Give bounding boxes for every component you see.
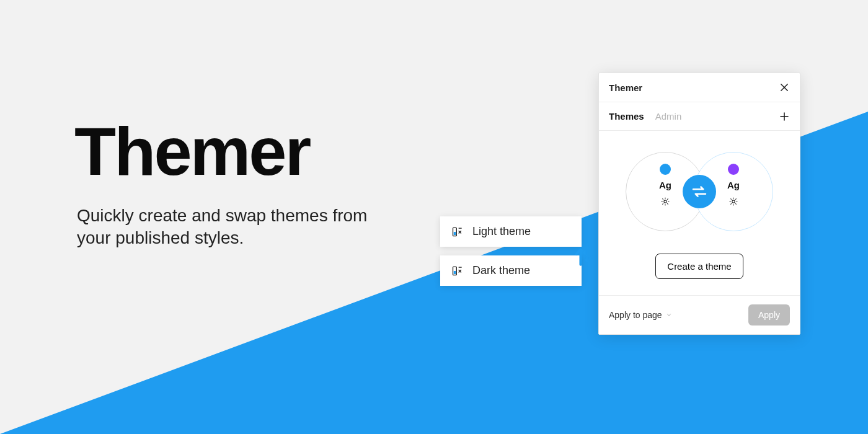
panel-footer: Apply to page Apply: [599, 295, 800, 334]
close-icon[interactable]: [779, 82, 790, 93]
panel-body: Ag Ag Create a theme: [599, 131, 800, 295]
create-theme-button[interactable]: Create a theme: [655, 254, 743, 279]
panel-tabs: Themes Admin: [599, 102, 800, 131]
style-icon: [451, 226, 464, 238]
panel-title: Themer: [609, 82, 642, 93]
swap-horizontal-icon: [690, 182, 709, 201]
add-theme-button[interactable]: [779, 111, 790, 122]
svg-rect-2: [454, 232, 456, 235]
plugin-panel: Themer Themes Admin Ag Ag: [598, 73, 800, 335]
tab-themes[interactable]: Themes: [609, 102, 644, 130]
panel-header: Themer: [599, 73, 800, 102]
apply-button[interactable]: Apply: [748, 304, 790, 326]
theme-preview: Ag Ag: [622, 148, 777, 235]
swap-button[interactable]: [683, 175, 716, 208]
brightness-icon: [728, 197, 738, 206]
svg-rect-4: [454, 271, 456, 274]
swap-vertical-icon: [570, 242, 598, 269]
promo-stage: Themer Quickly create and swap themes fr…: [0, 0, 868, 434]
apply-scope-label: Apply to page: [609, 310, 662, 320]
svg-point-6: [732, 200, 735, 203]
theme-card-dark[interactable]: Dark theme: [440, 255, 582, 286]
color-swatch-purple: [728, 164, 739, 175]
apply-scope-dropdown[interactable]: Apply to page: [609, 310, 672, 320]
page-subtitle: Quickly create and swap themes from your…: [77, 205, 399, 250]
theme-card-light[interactable]: Light theme: [440, 216, 582, 247]
brightness-icon: [660, 197, 670, 206]
page-title: Themer: [74, 112, 309, 190]
chevron-down-icon: [666, 312, 672, 318]
theme-card-label: Light theme: [472, 225, 531, 238]
theme-card-label: Dark theme: [472, 264, 530, 277]
tab-admin[interactable]: Admin: [655, 102, 682, 130]
color-swatch-blue: [660, 164, 671, 175]
svg-point-5: [664, 200, 666, 203]
style-icon: [451, 265, 464, 277]
theme-cards: Light theme Dark theme: [440, 216, 582, 286]
